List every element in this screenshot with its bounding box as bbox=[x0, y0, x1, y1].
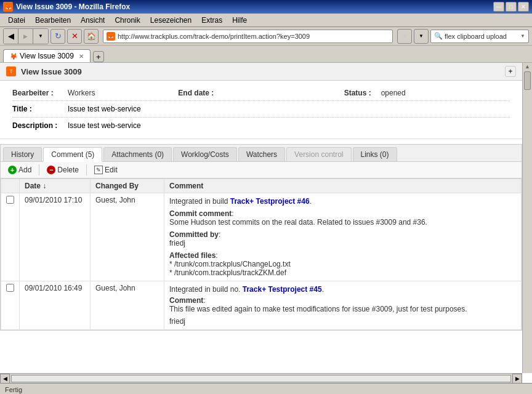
row1-comment: Integrated in build Track+ Testproject #… bbox=[164, 193, 522, 281]
description-value: Issue test web-service bbox=[68, 121, 141, 130]
row2-comment: Integrated in build no. Track+ Testproje… bbox=[164, 281, 522, 330]
browser-tabbar: 🦊 View Issue 3009 ✕ + bbox=[0, 46, 532, 63]
table-toolbar: + Add − Delete ✎ Edit bbox=[1, 162, 522, 179]
minimize-button[interactable]: — bbox=[493, 2, 504, 12]
status-text: Fertig bbox=[5, 386, 22, 393]
titlebar: 🦊 View Issue 3009 - Mozilla Firefox — □ … bbox=[0, 0, 532, 14]
title-row: Title : Issue test web-service bbox=[12, 101, 510, 118]
hscroll-left[interactable]: ◀ bbox=[0, 374, 10, 384]
title-label: Title : bbox=[12, 105, 68, 113]
scroll-thumb[interactable] bbox=[524, 71, 531, 90]
back-button[interactable]: ◀ bbox=[4, 29, 18, 44]
page-title: View Issue 3009 bbox=[21, 67, 82, 76]
browser-content: ▲ T View Issue 3009 + Bearbeiter : Worke… bbox=[0, 63, 532, 383]
edit-button[interactable]: ✎ Edit bbox=[92, 164, 120, 175]
bookmark-dropdown[interactable]: ▼ bbox=[414, 29, 429, 44]
address-bar[interactable]: 🦊 http://www.trackplus.com/track-demo/pr… bbox=[103, 30, 393, 43]
tab-favicon: 🦊 bbox=[10, 53, 17, 60]
tab-attachments[interactable]: Attachments (0) bbox=[103, 147, 172, 161]
page-favicon: 🦊 bbox=[107, 32, 115, 41]
menu-ansicht[interactable]: Ansicht bbox=[76, 15, 110, 26]
browser-tab-active[interactable]: 🦊 View Issue 3009 ✕ bbox=[3, 49, 91, 62]
search-dropdown[interactable]: ▼ bbox=[520, 33, 525, 39]
forward-button[interactable]: ▶ bbox=[18, 29, 33, 44]
menu-extras[interactable]: Extras bbox=[196, 15, 227, 26]
statusbar: Fertig bbox=[0, 383, 532, 394]
add-icon: + bbox=[8, 166, 17, 174]
row2-changedby: Guest, John bbox=[91, 281, 164, 330]
table-container: Date ↓ Changed By Comment bbox=[1, 179, 522, 330]
separator-2 bbox=[86, 164, 87, 175]
edit-label: Edit bbox=[105, 166, 118, 174]
row2-checkbox-cell bbox=[1, 281, 20, 330]
search-bar[interactable]: 🔍 flex clipboard upload ▼ bbox=[430, 30, 529, 43]
hscroll-right[interactable]: ▶ bbox=[512, 374, 522, 384]
col-comment: Comment bbox=[164, 179, 522, 193]
delete-button[interactable]: − Delete bbox=[44, 164, 81, 175]
tabs-section: History Comment (5) Attachments (0) Work… bbox=[0, 144, 522, 331]
menu-chronik[interactable]: Chronik bbox=[110, 15, 145, 26]
edit-icon: ✎ bbox=[94, 166, 103, 174]
row2-link1[interactable]: Track+ Testproject #45 bbox=[243, 285, 322, 294]
add-label: Add bbox=[18, 166, 31, 174]
tab-close-icon[interactable]: ✕ bbox=[79, 53, 84, 60]
col-changedby[interactable]: Changed By bbox=[91, 179, 164, 193]
row1-date: 09/01/2010 17:10 bbox=[20, 193, 91, 281]
search-engine-icon: 🔍 bbox=[434, 32, 443, 40]
row1-changedby: Guest, John bbox=[91, 193, 164, 281]
tab-version: Version control bbox=[286, 147, 351, 161]
horizontal-scrollbar[interactable]: ◀ ▶ bbox=[0, 373, 522, 383]
title-value: Issue test web-service bbox=[68, 105, 141, 113]
hscroll-track[interactable] bbox=[11, 375, 511, 382]
new-tab-button[interactable]: + bbox=[93, 51, 104, 62]
forward-dropdown[interactable]: ▼ bbox=[33, 29, 48, 44]
bookmark-star[interactable]: ★ bbox=[397, 29, 412, 44]
description-label: Description : bbox=[12, 121, 68, 130]
tab-comment[interactable]: Comment (5) bbox=[43, 147, 102, 162]
vertical-scrollbar[interactable]: ▲ bbox=[522, 63, 532, 373]
tab-watchers[interactable]: Watchers bbox=[238, 147, 285, 161]
window-controls: — □ ✕ bbox=[493, 2, 529, 12]
tab-history[interactable]: History bbox=[3, 147, 42, 161]
stop-button[interactable]: ✕ bbox=[67, 29, 82, 44]
expand-button[interactable]: + bbox=[505, 66, 516, 77]
reload-button[interactable]: ↻ bbox=[50, 29, 65, 44]
bearbeiter-label: Bearbeiter : bbox=[12, 89, 68, 97]
separator-1 bbox=[39, 164, 39, 175]
description-row: Description : Issue test web-service bbox=[12, 118, 510, 134]
search-text: flex clipboard upload bbox=[445, 33, 520, 40]
status-label: Status : bbox=[344, 89, 381, 97]
comments-table: Date ↓ Changed By Comment bbox=[1, 179, 522, 330]
status-value: opened bbox=[381, 89, 510, 97]
row1-checkbox[interactable] bbox=[6, 196, 14, 204]
browser-toolbar: ◀ ▶ ▼ ↻ ✕ 🏠 🦊 http://www.trackplus.com/t… bbox=[0, 27, 532, 46]
maximize-button[interactable]: □ bbox=[506, 2, 517, 12]
page-header: T View Issue 3009 + bbox=[0, 63, 522, 81]
delete-label: Delete bbox=[57, 166, 79, 174]
row1-link1[interactable]: Track+ Testproject #46 bbox=[230, 197, 310, 206]
menu-datei[interactable]: Datei bbox=[3, 15, 30, 26]
menu-lesezeichen[interactable]: Lesezeichen bbox=[145, 15, 196, 26]
url-text: http://www.trackplus.com/track-demo/prin… bbox=[118, 33, 389, 40]
close-button[interactable]: ✕ bbox=[518, 2, 529, 12]
fields-area: Bearbeiter : Workers End date : Status :… bbox=[0, 81, 522, 139]
menu-hilfe[interactable]: Hilfe bbox=[227, 15, 252, 26]
row1-checkbox-cell bbox=[1, 193, 20, 281]
col-date[interactable]: Date ↓ bbox=[20, 179, 91, 193]
delete-icon: − bbox=[47, 166, 55, 174]
table-row: 09/01/2010 17:10 Guest, John Integrated … bbox=[1, 193, 522, 281]
row2-checkbox[interactable] bbox=[6, 284, 14, 292]
col-checkbox bbox=[1, 179, 20, 193]
enddate-label: End date : bbox=[178, 89, 227, 97]
home-button[interactable]: 🏠 bbox=[84, 29, 99, 44]
menu-bearbeiten[interactable]: Bearbeiten bbox=[30, 15, 76, 26]
firefox-icon: 🦊 bbox=[3, 2, 13, 12]
tab-links[interactable]: Links (0) bbox=[353, 147, 397, 161]
add-button[interactable]: + Add bbox=[6, 164, 34, 175]
table-row: 09/01/2010 16:49 Guest, John Integrated … bbox=[1, 281, 522, 330]
inner-tabs-nav: History Comment (5) Attachments (0) Work… bbox=[1, 145, 522, 162]
tab-label: View Issue 3009 bbox=[20, 52, 74, 60]
bearbeiter-value: Workers bbox=[68, 89, 178, 97]
row2-date: 09/01/2010 16:49 bbox=[20, 281, 91, 330]
tab-worklog[interactable]: Worklog/Costs bbox=[173, 147, 237, 161]
